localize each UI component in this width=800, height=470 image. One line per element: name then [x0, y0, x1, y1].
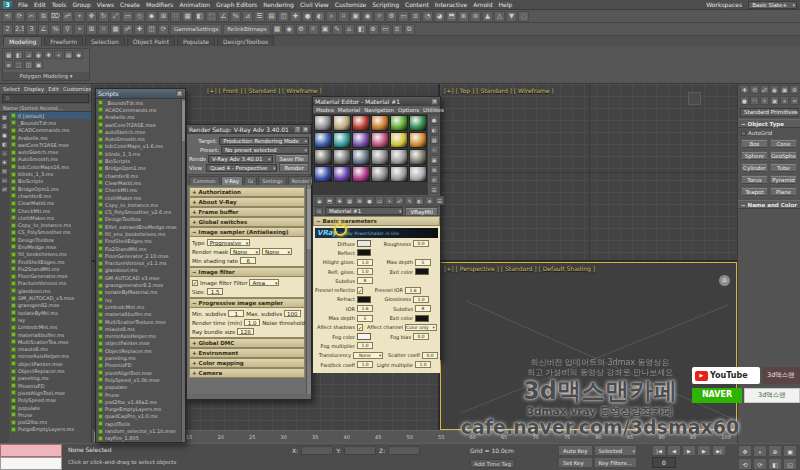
material-sample-sphere[interactable]: [390, 166, 408, 182]
current-frame-field[interactable]: 0: [652, 457, 676, 468]
material-sample-sphere[interactable]: [409, 166, 427, 182]
rollout-header[interactable]: Environment: [189, 348, 305, 358]
list-item[interactable]: materialtbuffer.ms: [96, 311, 185, 318]
menu-item[interactable]: Scripting: [372, 1, 399, 8]
toolbar-icon[interactable]: ◫: [146, 24, 157, 35]
primitive-button[interactable]: Teapot: [741, 187, 768, 197]
list-item[interactable]: PolySpeed_v1.0b.mse: [96, 376, 185, 383]
explorer-menu-item[interactable]: Edit: [48, 86, 59, 92]
list-item[interactable]: bdcColorMaps_v1.6.ms: [96, 143, 185, 150]
list-item[interactable]: Fix2StandMtl.ms: [96, 245, 185, 252]
param-control[interactable]: ✓: [357, 287, 363, 294]
set-key-button[interactable]: Set Key: [558, 457, 593, 468]
material-sample-sphere[interactable]: [409, 149, 427, 165]
toolbar-icon[interactable]: ⊖: [470, 11, 481, 22]
menu-item[interactable]: Arnold: [473, 1, 492, 8]
param-control[interactable]: 0.0: [422, 352, 438, 359]
param-control[interactable]: Color only: [405, 324, 437, 331]
param-control[interactable]: 1.6: [357, 305, 373, 312]
list-item[interactable]: ObjectReplacer.ms: [9, 367, 91, 374]
material-sample-sphere[interactable]: [333, 149, 351, 165]
ray-bundle-field[interactable]: 128: [237, 328, 254, 335]
param-control[interactable]: [415, 315, 429, 322]
toolbar-icon[interactable]: ◧: [194, 11, 205, 22]
toolbar-icon[interactable]: ⌖: [74, 11, 85, 22]
material-tool-icon[interactable]: ⬒: [325, 196, 334, 205]
list-item[interactable]: DesignToolbox: [96, 216, 185, 223]
toolbar-icon[interactable]: ⬒: [446, 11, 457, 22]
toolbar-icon[interactable]: ⌗: [338, 11, 349, 22]
material-sample-sphere[interactable]: [352, 149, 370, 165]
list-item[interactable]: Copy_to_Instance.ms: [9, 221, 91, 228]
list-item[interactable]: mirrorAxisHelper.ms: [96, 333, 185, 340]
filter-size-field[interactable]: 1.5: [207, 288, 223, 295]
material-editor-menu-item[interactable]: Modes: [316, 107, 334, 113]
material-tool-icon[interactable]: ✎: [405, 196, 414, 205]
list-item[interactable]: objectPainter.mse: [96, 340, 185, 347]
list-item[interactable]: autoSketch.mse: [96, 128, 185, 135]
primitive-button[interactable]: Cone: [770, 139, 797, 149]
playback-button[interactable]: ▶: [682, 445, 696, 456]
toolbar-icon[interactable]: ✚: [134, 24, 145, 35]
toolbar-icon[interactable]: ◉: [362, 11, 373, 22]
material-sample-sphere[interactable]: [333, 132, 351, 148]
front-viewport-label[interactable]: [+] [ Front ] [ Standard ] [ Wireframe ]: [207, 87, 322, 94]
param-control[interactable]: 1.0: [357, 259, 373, 266]
rollout-header[interactable]: Image sampler (Antialiasing): [189, 227, 305, 237]
playback-button[interactable]: ▶|: [712, 445, 726, 456]
material-tool-icon[interactable]: ▦: [345, 196, 354, 205]
min-shading-rate-field[interactable]: 6: [240, 257, 256, 264]
explorer-tool-icon[interactable]: ◧: [1, 141, 8, 148]
primitive-button[interactable]: Torus: [741, 175, 768, 185]
list-item[interactable]: glassbool.ms: [96, 267, 185, 274]
material-type-button[interactable]: VRayMtl: [405, 207, 438, 216]
toolbar-icon[interactable]: ▭: [122, 11, 133, 22]
param-control[interactable]: [415, 268, 429, 275]
material-tool-icon[interactable]: ⊞: [355, 196, 364, 205]
param-control[interactable]: 1.0: [357, 361, 373, 368]
close-icon[interactable]: ✕: [431, 98, 438, 105]
toolbar-icon[interactable]: ✂: [26, 11, 37, 22]
toolbar-icon[interactable]: ⌂: [344, 24, 355, 35]
list-item[interactable]: fill_bookshelves.ms: [9, 251, 91, 258]
toolbar-icon[interactable]: %: [230, 11, 241, 22]
primitive-button[interactable]: Box: [741, 139, 768, 149]
command-panel-tab-icon[interactable]: ⚙: [790, 85, 799, 94]
perspective-viewport[interactable]: [+] [ Perspective ] [ Standard ] [ Defau…: [440, 262, 737, 430]
sample-tool-icon[interactable]: ⊞: [430, 165, 439, 174]
list-item[interactable]: Copy_to_Instance.ms: [96, 201, 185, 208]
toolbar-icon[interactable]: ▼: [506, 11, 517, 22]
toolbar-icon[interactable]: ◉: [284, 24, 295, 35]
close-icon[interactable]: ✕: [302, 126, 309, 133]
list-item[interactable]: PurgeEmptyLayers.ms: [96, 405, 185, 412]
toolbar-icon[interactable]: ☰: [254, 11, 265, 22]
render-setup-title-bar[interactable]: Render Setup: V-Ray Adv 3.40.01 ? ✕: [187, 125, 311, 134]
viewport-nav-icon[interactable]: ⊕: [768, 445, 782, 457]
sample-tool-icon[interactable]: ◐: [430, 125, 439, 134]
scrollbar[interactable]: [306, 185, 311, 394]
list-item[interactable]: awtCore7f2ASE.mse: [96, 121, 185, 128]
create-subcategory-icon[interactable]: ⌖: [780, 96, 789, 105]
explorer-tool-icon[interactable]: ✚: [1, 159, 8, 166]
list-item[interactable]: paneling.ms: [9, 375, 91, 382]
image-filter-checkbox[interactable]: ✓: [192, 280, 198, 286]
ribbon-group-label[interactable]: Polygon Modeling ▾: [3, 72, 89, 80]
explorer-tool-icon[interactable]: ▦: [1, 114, 8, 121]
param-control[interactable]: 0.0: [413, 333, 429, 340]
material-editor-menu-item[interactable]: Options: [398, 107, 419, 113]
toolbar-icon[interactable]: %: [50, 24, 61, 35]
toolbar-icon[interactable]: ✥: [86, 11, 97, 22]
list-item[interactable]: rayFire_1.805: [96, 435, 185, 442]
toolbar-icon[interactable]: 2.5: [14, 24, 25, 35]
toolbar-icon[interactable]: ◫: [278, 11, 289, 22]
list-item[interactable]: LimbsdcMnt.ms: [9, 324, 91, 331]
param-control[interactable]: [357, 296, 371, 303]
view-to-render-select[interactable]: Quad 4 - Perspective: [206, 164, 277, 172]
menu-item[interactable]: Animation: [179, 1, 210, 8]
render-setup-tab[interactable]: Common: [189, 176, 220, 185]
material-tool-icon[interactable]: ▭: [375, 196, 384, 205]
menu-item[interactable]: Views: [97, 1, 114, 8]
list-item[interactable]: pivotAlignTool.mse: [96, 369, 185, 376]
param-control[interactable]: None: [353, 352, 383, 359]
list-item[interactable]: DesignToolbox: [9, 236, 91, 243]
